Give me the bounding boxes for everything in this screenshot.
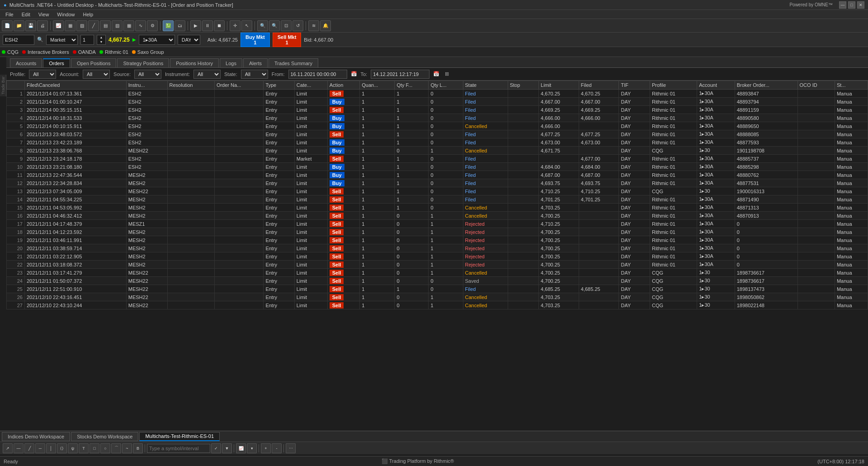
tab-open-positions[interactable]: Open Positions [71, 58, 117, 67]
draw-fib-btn[interactable]: ψ [68, 443, 78, 453]
instrument-filter[interactable]: All [193, 70, 221, 79]
draw-wave-btn[interactable]: ~ [122, 443, 132, 453]
orders-table-wrapper[interactable]: Filed\Canceled Instru... Resolution Orde… [6, 81, 868, 334]
from-date-input[interactable] [288, 70, 347, 79]
zoom-down-btn[interactable]: - [272, 443, 282, 453]
chart-btn[interactable]: 📈 [53, 20, 64, 31]
draw-hline-btn[interactable]: ─ [35, 443, 45, 453]
qty-down-btn[interactable]: ▼ [100, 40, 103, 44]
zoom-in-btn[interactable]: 🔍 [257, 20, 268, 31]
table-row[interactable]: 10 2021/12/13 23:21:08.180 ESH2 Entry Li… [7, 163, 868, 171]
trade-btn[interactable]: 💹 [163, 20, 174, 31]
col-qty-f[interactable]: Qty F... [395, 81, 429, 90]
col-instr[interactable]: Instru... [126, 81, 167, 90]
zoom-up-btn[interactable]: + [261, 443, 271, 453]
table-row[interactable]: 26 2021/12/10 22:43:16.451 MESH22 Entry … [7, 293, 868, 301]
table-row[interactable]: 23 2021/12/11 03:17:41.279 MESH22 Entry … [7, 269, 868, 277]
workspace-rithmic[interactable]: Multicharts-Test-Rithmic-ES-01 [139, 432, 220, 441]
col-st[interactable]: St... [835, 81, 868, 90]
table-row[interactable]: 6 2021/12/13 23:48:03.572 ESH2 Entry Lim… [7, 130, 868, 138]
col-oco[interactable]: OCO ID [797, 81, 835, 90]
cross-btn[interactable]: ✛ [230, 20, 241, 31]
save-btn[interactable]: 💾 [25, 20, 36, 31]
col-limit[interactable]: Limit [539, 81, 579, 90]
col-resolution[interactable]: Resolution [167, 81, 214, 90]
print-btn[interactable]: 🖨 [37, 20, 48, 31]
qty-up-btn[interactable]: ▲ [100, 35, 103, 40]
menu-file[interactable]: File [2, 11, 17, 18]
col-stop[interactable]: Stop [508, 81, 538, 90]
col-profile[interactable]: Profile [650, 81, 697, 90]
cursor-btn[interactable]: ↖ [241, 20, 252, 31]
new-btn[interactable]: 📄 [2, 20, 13, 31]
table-row[interactable]: 25 2021/12/11 22:51:00.910 MESH22 Entry … [7, 285, 868, 293]
tab-positions-history[interactable]: Positions History [170, 58, 219, 67]
draw-vline-btn[interactable]: │ [46, 443, 56, 453]
tab-alerts[interactable]: Alerts [243, 58, 268, 67]
table-row[interactable]: 12 2021/12/13 22:34:28.834 MESH2 Entry L… [7, 179, 868, 187]
col-account[interactable]: Account [697, 81, 735, 90]
interval-opts-btn[interactable]: ▼ [222, 443, 232, 453]
table-row[interactable]: 20 2021/12/11 03:38:59.714 MESH2 Entry L… [7, 244, 868, 252]
table-row[interactable]: 21 2021/12/11 03:22:12.905 MESH2 Entry L… [7, 252, 868, 261]
pause-btn[interactable]: ⏸ [202, 20, 213, 31]
workspace-stocks[interactable]: Stocks Demo Workspace [71, 432, 138, 441]
draw-ray-btn[interactable]: ╱ [24, 443, 34, 453]
col-state[interactable]: State [463, 81, 508, 90]
draw-arrow-btn[interactable]: ↗ [3, 443, 13, 453]
from-calendar-icon[interactable]: 📅 [351, 71, 357, 77]
candle-btn[interactable]: ▨ [76, 20, 87, 31]
menu-edit[interactable]: Edit [18, 11, 34, 18]
table-row[interactable]: 4 2021/12/14 00:18:31.533 ESH2 Entry Lim… [7, 114, 868, 122]
close-button[interactable]: ✕ [857, 1, 864, 9]
tab-trades-summary[interactable]: Trades Summary [269, 58, 318, 67]
col-quan[interactable]: Quan... [360, 81, 395, 90]
search-icon[interactable]: 🔍 [37, 37, 43, 43]
symbol-input[interactable] [3, 35, 34, 45]
col-type[interactable]: Type [264, 81, 294, 90]
table-row[interactable]: 18 2021/12/11 04:12:23.592 MESH2 Entry L… [7, 228, 868, 236]
account-filter[interactable]: All [83, 70, 110, 79]
table-row[interactable]: 16 2021/12/11 04:46:32.412 MESH2 Entry L… [7, 212, 868, 220]
fit-btn[interactable]: ⊡ [281, 20, 292, 31]
table-row[interactable]: 14 2021/12/11 04:55:34.225 MESH2 Entry L… [7, 195, 868, 204]
col-filed-val[interactable]: Filed [579, 81, 619, 90]
settings-btn[interactable]: ⚙ [147, 20, 158, 31]
draw-text-btn[interactable]: T [79, 443, 89, 453]
table-row[interactable]: 24 2021/12/11 01:50:07.372 MESH22 Entry … [7, 277, 868, 285]
table-row[interactable]: 11 2021/12/13 22:47:36.544 MESH2 Entry L… [7, 171, 868, 179]
col-broker-order[interactable]: Broker Order... [735, 81, 797, 90]
workspace-indices[interactable]: Indices Demo Workspace [2, 432, 70, 441]
tab-strategy-positions[interactable]: Strategy Positions [117, 58, 169, 67]
profile-filter[interactable]: All [29, 70, 56, 79]
table-row[interactable]: 17 2021/12/11 04:17:48.379 MESZ1 Entry L… [7, 220, 868, 228]
tab-logs[interactable]: Logs [220, 58, 242, 67]
filter-apply-icon[interactable]: ⊞ [445, 71, 449, 77]
symbol-interval-input[interactable] [147, 444, 210, 453]
qty-input[interactable] [80, 35, 94, 45]
area-btn[interactable]: ▤ [100, 20, 111, 31]
portfolio-btn[interactable]: 🗂 [175, 20, 185, 31]
col-filed[interactable]: Filed\Canceled [25, 81, 127, 90]
tab-orders[interactable]: Orders [43, 58, 70, 67]
order-type-select[interactable]: Market Limit Stop [46, 35, 78, 45]
draw-arc-btn[interactable]: ⌒ [111, 443, 121, 453]
to-calendar-icon[interactable]: 📅 [433, 71, 439, 77]
table-row[interactable]: 27 2021/12/10 22:43:10.244 MESH22 Entry … [7, 301, 868, 309]
alarm-btn[interactable]: 🔔 [320, 20, 331, 31]
col-action[interactable]: Action [327, 81, 360, 90]
draw-channel-btn[interactable]: ⟨⟩ [57, 443, 67, 453]
table-btn[interactable]: ▦ [123, 20, 134, 31]
table-row[interactable]: 13 2021/12/13 07:34:05.009 MESH22 Entry … [7, 187, 868, 195]
col-tif[interactable]: TIF [619, 81, 650, 90]
indicator-btn[interactable]: ∿ [135, 20, 146, 31]
zoom-out-btn[interactable]: 🔍 [269, 20, 280, 31]
table-row[interactable]: 3 2021/12/14 00:35:15.151 ESH2 Entry Lim… [7, 106, 868, 114]
table-row[interactable]: 2 2021/12/14 01:00:10.247 ESH2 Entry Lim… [7, 98, 868, 106]
play-btn[interactable]: ▶ [190, 20, 201, 31]
chart-type-btn[interactable]: 📈 [236, 443, 246, 453]
table-row[interactable]: 5 2021/12/14 00:10:15.911 ESH2 Entry Lim… [7, 122, 868, 130]
tab-accounts[interactable]: Accounts [10, 58, 42, 67]
table-row[interactable]: 1 2021/12/14 01:07:13.361 ESH2 Entry Lim… [7, 90, 868, 98]
menu-window[interactable]: Window [53, 11, 78, 18]
